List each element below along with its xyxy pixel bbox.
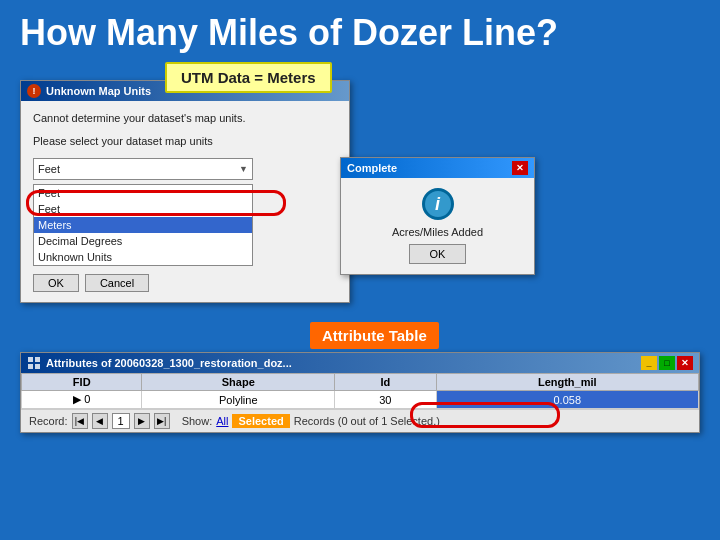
- nav-next-button[interactable]: ▶: [134, 413, 150, 429]
- maximize-button[interactable]: □: [659, 356, 675, 370]
- table-row: ▶ 0 Polyline 30 0.058: [22, 391, 699, 409]
- header-row: FID Shape Id Length_mil: [22, 374, 699, 391]
- attr-titlebar-buttons: _ □ ✕: [641, 356, 693, 370]
- page-title: How Many Miles of Dozer Line?: [0, 0, 720, 62]
- attr-table-header: FID Shape Id Length_mil: [22, 374, 699, 391]
- dialog-title-text: Unknown Map Units: [46, 85, 151, 97]
- close-button[interactable]: ✕: [677, 356, 693, 370]
- dialog-buttons: OK Cancel: [33, 274, 337, 292]
- cell-length: 0.058: [436, 391, 699, 409]
- dialog-message-line2: Please select your dataset map units: [33, 134, 337, 149]
- col-header-length: Length_mil: [436, 374, 699, 391]
- content-area: UTM Data = Meters ! Unknown Map Units Ca…: [0, 62, 720, 537]
- svg-rect-0: [28, 357, 33, 362]
- selected-badge: Selected: [232, 414, 289, 428]
- complete-close-button[interactable]: ✕: [512, 161, 528, 175]
- cell-shape: Polyline: [142, 391, 335, 409]
- nav-first-button[interactable]: |◀: [72, 413, 88, 429]
- ok-button[interactable]: OK: [33, 274, 79, 292]
- list-item-feet1[interactable]: Feet: [34, 185, 252, 201]
- show-all-link[interactable]: All: [216, 415, 228, 427]
- record-number: 1: [112, 413, 130, 429]
- info-icon: i: [422, 188, 454, 220]
- complete-ok-button[interactable]: OK: [409, 244, 467, 264]
- complete-message: Acres/Miles Added: [392, 226, 483, 238]
- svg-rect-3: [35, 364, 40, 369]
- minimize-button[interactable]: _: [641, 356, 657, 370]
- dropdown-value: Feet: [38, 163, 60, 175]
- map-units-dialog: ! Unknown Map Units Cannot determine you…: [20, 80, 350, 303]
- cell-fid: ▶ 0: [22, 391, 142, 409]
- complete-titlebar: Complete ✕: [341, 158, 534, 178]
- records-info: Records (0 out of 1 Selected.): [294, 415, 440, 427]
- list-item-decimal[interactable]: Decimal Degrees: [34, 233, 252, 249]
- grid-icon: [27, 356, 41, 370]
- units-listbox[interactable]: Feet Feet Meters Decimal Degrees Unknown…: [33, 184, 253, 266]
- complete-dialog: Complete ✕ i Acres/Miles Added OK: [340, 157, 535, 275]
- attr-table-window: Attributes of 20060328_1300_restoration_…: [20, 352, 700, 433]
- nav-last-button[interactable]: ▶|: [154, 413, 170, 429]
- nav-prev-button[interactable]: ◀: [92, 413, 108, 429]
- dialog-body: Cannot determine your dataset's map unit…: [21, 101, 349, 302]
- attr-status-bar: Record: |◀ ◀ 1 ▶ ▶| Show: All Selected R…: [21, 409, 699, 432]
- list-item-meters[interactable]: Meters: [34, 217, 252, 233]
- complete-body: i Acres/Miles Added OK: [341, 178, 534, 274]
- list-item-unknown[interactable]: Unknown Units: [34, 249, 252, 265]
- dialog-title-icon: !: [27, 84, 41, 98]
- svg-rect-1: [35, 357, 40, 362]
- cell-id: 30: [335, 391, 436, 409]
- list-item-feet2[interactable]: Feet: [34, 201, 252, 217]
- col-header-shape: Shape: [142, 374, 335, 391]
- record-label: Record:: [29, 415, 68, 427]
- svg-rect-2: [28, 364, 33, 369]
- attr-table-grid: FID Shape Id Length_mil ▶ 0 Polyline 30 …: [21, 373, 699, 409]
- attr-titlebar-left: Attributes of 20060328_1300_restoration_…: [27, 356, 292, 370]
- utm-label: UTM Data = Meters: [165, 62, 332, 93]
- col-header-fid: FID: [22, 374, 142, 391]
- attr-table-body: ▶ 0 Polyline 30 0.058: [22, 391, 699, 409]
- show-label: Show:: [182, 415, 213, 427]
- dropdown-arrow-icon: ▼: [239, 164, 248, 174]
- attr-table-label: Attribute Table: [310, 322, 439, 349]
- attr-titlebar: Attributes of 20060328_1300_restoration_…: [21, 353, 699, 373]
- col-header-id: Id: [335, 374, 436, 391]
- units-dropdown[interactable]: Feet ▼: [33, 158, 253, 180]
- cancel-button[interactable]: Cancel: [85, 274, 149, 292]
- complete-title-text: Complete: [347, 162, 397, 174]
- attr-title-text: Attributes of 20060328_1300_restoration_…: [46, 357, 292, 369]
- dialog-message-line1: Cannot determine your dataset's map unit…: [33, 111, 337, 126]
